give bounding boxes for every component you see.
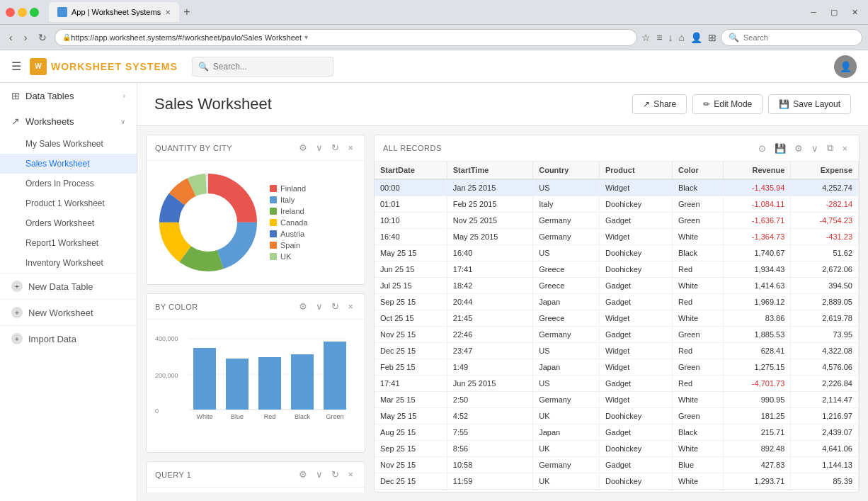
table-row[interactable]: 16:40May 25 2015GermanyWidgetWhite-1,364… [375, 229, 859, 245]
table-row[interactable]: Nov 25 1522:46GermanyGadgetGreen1,885.53… [375, 327, 859, 343]
sidebar-worksheets-header[interactable]: ↗ Worksheets ∨ [0, 108, 137, 134]
col-expense[interactable]: Expense [791, 162, 859, 179]
table-row[interactable]: Aug 25 157:55JapanGadgetBlack215.712,439… [375, 424, 859, 441]
sidebar-item-inventory-worksheet[interactable]: Inventory Worksheet [0, 253, 137, 273]
table-row[interactable]: Sep 25 1520:44JapanGadgetRed1,969.122,88… [375, 294, 859, 310]
restore-icon[interactable]: ▢ [826, 6, 842, 18]
settings-icon[interactable]: ⚙ [296, 300, 310, 313]
table-cell: 990.95 [723, 392, 791, 408]
refresh-icon[interactable]: ↻ [329, 468, 342, 481]
table-cell: May 25 15 [375, 408, 447, 424]
tab-close-icon[interactable]: ✕ [165, 9, 171, 16]
download-icon[interactable]: ↓ [668, 32, 673, 43]
table-row[interactable]: 01:01Feb 25 2015ItalyDoohickeyGreen-1,08… [375, 196, 859, 213]
col-color[interactable]: Color [672, 162, 723, 179]
minimize-icon[interactable]: ─ [806, 6, 821, 18]
table-row[interactable]: Jun 25 1517:41GreeceDoohickeyRed1,934.43… [375, 261, 859, 278]
app-search-box[interactable]: 🔍 [192, 57, 333, 77]
settings-icon[interactable]: ⚙ [792, 141, 806, 155]
window-min-btn[interactable] [18, 8, 27, 17]
new-tab-button[interactable]: + [179, 6, 194, 18]
refresh-icon[interactable]: ↻ [329, 141, 342, 154]
sidebar-import-data[interactable]: + Import Data [0, 325, 137, 351]
browser-search-box[interactable]: 🔍 [721, 29, 862, 46]
col-product[interactable]: Product [600, 162, 673, 179]
hamburger-menu[interactable]: ☰ [11, 60, 21, 73]
extensions-icon[interactable]: ⊞ [708, 32, 716, 43]
table-row[interactable]: 17:41Jun 25 2015USGadgetRed-4,701.732,22… [375, 376, 859, 392]
sidebar-worksheets-label: Worksheets [25, 116, 74, 127]
sidebar-new-data-table[interactable]: + New Data Table [0, 273, 137, 299]
chevron-down-icon[interactable]: ∨ [809, 141, 821, 155]
table-row[interactable]: 18:42Jul 25 2015USGadgetBlue-4,637.234,6… [375, 490, 859, 492]
reader-icon[interactable]: ≡ [656, 32, 662, 43]
table-cell: Jun 25 2015 [447, 376, 532, 392]
browser-search-input[interactable] [743, 33, 835, 42]
table-row[interactable]: Jul 25 1518:42GreeceGadgetWhite1,414.633… [375, 278, 859, 294]
browser-chrome: App | Worksheet Systems ✕ + ─ ▢ ✕ [0, 0, 868, 25]
window-close-btn[interactable] [6, 8, 15, 17]
table-row[interactable]: May 25 1516:40USDoohickeyBlack1,740.6751… [375, 245, 859, 261]
table-cell: 2,226.84 [791, 376, 859, 392]
chevron-down-icon[interactable]: ∨ [313, 468, 326, 481]
sidebar-item-sales-worksheet[interactable]: Sales Worksheet [0, 154, 137, 174]
close-icon[interactable]: ✕ [847, 6, 862, 18]
sidebar-item-product1-worksheet[interactable]: Product 1 Worksheet [0, 193, 137, 213]
sidebar-new-worksheet[interactable]: + New Worksheet [0, 299, 137, 325]
delete-icon[interactable]: × [345, 300, 356, 313]
app-search-input[interactable] [213, 62, 326, 72]
delete-icon[interactable]: × [839, 141, 850, 155]
sidebar-item-orders-in-process[interactable]: Orders In Process [0, 174, 137, 193]
table-row[interactable]: 10:10Nov 25 2015GermanyGadgetGreen-1,636… [375, 213, 859, 229]
table-row[interactable]: May 25 154:52UKDoohickeyGreen181.251,216… [375, 408, 859, 424]
col-starttime[interactable]: StartTime [447, 162, 532, 179]
plus-icon: + [11, 281, 23, 292]
copy-icon[interactable]: ⧉ [824, 141, 836, 155]
share-button[interactable]: ↗ Share [632, 94, 687, 114]
table-cell: Gadget [600, 278, 673, 294]
table-row[interactable]: Oct 25 1521:45GreeceWidgetWhite83.862,61… [375, 310, 859, 327]
home-icon[interactable]: ⌂ [679, 32, 685, 43]
table-cell: 427.83 [723, 457, 791, 473]
table-cell: 1,144.13 [791, 457, 859, 473]
settings-icon[interactable]: ⚙ [296, 141, 310, 154]
table-cell: Aug 25 15 [375, 424, 447, 441]
table-row[interactable]: Dec 25 1511:59UKDoohickeyWhite1,293.7185… [375, 473, 859, 490]
col-revenue[interactable]: Revenue [723, 162, 791, 179]
settings-icon[interactable]: ⚙ [296, 468, 310, 481]
save-layout-button[interactable]: 💾 Save Layout [768, 94, 851, 114]
back-button[interactable]: ‹ [6, 30, 16, 45]
url-bar[interactable]: 🔒 https://app.worksheet.systems/#/worksh… [55, 29, 637, 46]
col-startdate[interactable]: StartDate [375, 162, 447, 179]
table-row[interactable]: Sep 25 158:56UKDoohickeyWhite892.484,641… [375, 441, 859, 457]
table-cell: Doohickey [600, 245, 673, 261]
table-cell: 21:45 [447, 310, 532, 327]
refresh-icon[interactable]: ↻ [329, 300, 342, 313]
forward-button[interactable]: › [21, 30, 31, 45]
clock-icon[interactable]: ⊙ [755, 141, 769, 155]
delete-icon[interactable]: × [345, 468, 356, 481]
table-row[interactable]: Feb 25 151:49JapanWidgetGreen1,275.154,5… [375, 359, 859, 376]
delete-icon[interactable]: × [345, 141, 356, 154]
table-row[interactable]: Dec 25 1523:47USWidgetRed628.414,322.08 [375, 343, 859, 359]
by-color-panel: BY COLOR ⚙ ∨ ↻ × 400,000 [146, 293, 365, 453]
profile-icon[interactable]: 👤 [690, 32, 702, 43]
edit-mode-button[interactable]: ✏ Edit Mode [692, 94, 763, 114]
sidebar-item-my-sales-worksheet[interactable]: My Sales Worksheet [0, 134, 137, 154]
user-avatar[interactable]: 👤 [834, 55, 857, 78]
chevron-down-icon[interactable]: ∨ [313, 300, 326, 313]
table-cell: 23:47 [447, 343, 532, 359]
table-row[interactable]: Nov 25 1510:58GermanyGadgetBlue427.831,1… [375, 457, 859, 473]
bookmark-icon[interactable]: ☆ [641, 32, 651, 43]
col-country[interactable]: Country [533, 162, 600, 179]
window-max-btn[interactable] [30, 8, 39, 17]
table-row[interactable]: Mar 25 152:50GermanyWidgetWhite990.952,1… [375, 392, 859, 408]
chevron-down-icon[interactable]: ∨ [313, 141, 326, 154]
sidebar-data-tables-header[interactable]: ⊞ Data Tables › [0, 83, 137, 108]
active-tab[interactable]: App | Worksheet Systems ✕ [49, 2, 179, 22]
sidebar-item-orders-worksheet[interactable]: Orders Worksheet [0, 213, 137, 233]
refresh-button[interactable]: ↻ [35, 30, 50, 45]
save-icon[interactable]: 💾 [772, 141, 789, 155]
sidebar-item-report1-worksheet[interactable]: Report1 Worksheet [0, 233, 137, 253]
table-row[interactable]: 00:00Jan 25 2015USWidgetBlack-1,435.944,… [375, 179, 859, 196]
